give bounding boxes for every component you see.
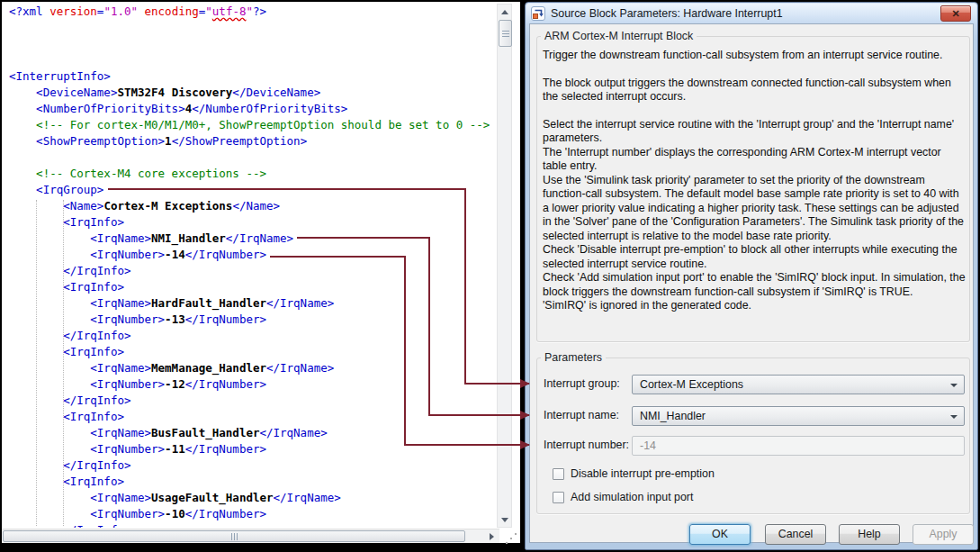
vertical-scrollbar-thumb[interactable] (499, 20, 512, 47)
block-description-group-title: ARM Cortex-M Interrupt Block (541, 30, 697, 42)
close-button[interactable]: ✕ (940, 5, 971, 22)
description-paragraph: The block output triggers the downstream… (543, 77, 966, 104)
source-block-parameters-dialog: Source Block Parameters: Hardware Interr… (525, 2, 978, 550)
xml-editor-pane: <?xml version="1.0" encoding="utf-8"?><I… (2, 2, 520, 543)
resize-grip[interactable] (506, 533, 517, 544)
code-line (9, 52, 496, 68)
interrupt-name-dropdown[interactable]: NMI_Handler (632, 406, 965, 426)
description-paragraph: Trigger the downstream function-call sub… (543, 49, 966, 63)
parameters-group-title: Parameters (541, 351, 606, 364)
arrow-up-icon (501, 10, 508, 14)
xml-code-area[interactable]: <?xml version="1.0" encoding="utf-8"?><I… (2, 2, 496, 528)
dialog-title: Source Block Parameters: Hardware Interr… (551, 7, 783, 20)
dialog-body: ARM Cortex-M Interrupt Block Trigger the… (529, 23, 974, 543)
code-line: <?xml version="1.0" encoding="utf-8"?> (9, 4, 496, 20)
code-line: <IrqName>NMI_Handler</IrqName> (9, 231, 496, 247)
code-line: <IrqInfo> (9, 474, 496, 490)
code-line (9, 149, 496, 166)
description-paragraph: 'SimIRQ' is ignored in the generated cod… (543, 299, 966, 313)
simulink-block-icon (531, 6, 545, 21)
code-line: <InterruptInfo> (9, 68, 496, 85)
disable-interrupt-preemption-checkbox[interactable] (553, 468, 564, 480)
arrow-down-icon (501, 518, 508, 522)
add-simulation-input-port-label: Add simulation input port (571, 491, 693, 503)
dropdown-arrow-icon (950, 415, 958, 419)
code-line: <!-- Cortex-M4 core exceptions --> (9, 166, 496, 182)
description-paragraph: Use the 'Simulink task priority' paramet… (543, 174, 966, 244)
thumb-grip-icon (502, 31, 509, 37)
apply-button: Apply (913, 524, 974, 545)
code-line: <DeviceName>STM32F4 Discovery</DeviceNam… (9, 85, 496, 101)
code-line: <IrqGroup> (9, 182, 496, 198)
description-paragraph: Check 'Disable interrupt pre-emption' to… (543, 243, 966, 271)
interrupt-number-label: Interrupt number: (544, 439, 629, 451)
interrupt-group-label: Interrupt group: (544, 377, 620, 390)
interrupt-group-value: Cortex-M Exceptions (640, 378, 743, 391)
interrupt-group-dropdown[interactable]: Cortex-M Exceptions (632, 375, 965, 394)
code-line (9, 20, 496, 36)
code-line: <Name>Cortex-M Exceptions</Name> (9, 198, 496, 214)
description-paragraph: The 'Interrupt number' displays the corr… (543, 146, 966, 174)
code-line: <IrqInfo> (9, 279, 496, 295)
ok-button[interactable]: OK (689, 524, 751, 545)
code-line: <IrqNumber>-14</IrqNumber> (9, 247, 496, 263)
code-line: <IrqName>HardFault_Handler</IrqName> (9, 295, 496, 312)
scroll-up-button[interactable] (498, 5, 511, 19)
code-line: <IrqNumber>-11</IrqNumber> (9, 441, 496, 457)
code-line: </IrqInfo> (9, 263, 496, 279)
code-line: <IrqInfo> (9, 409, 496, 425)
add-simulation-input-port-checkbox[interactable] (553, 492, 564, 503)
thumb-grip-icon (231, 533, 238, 540)
code-line: <ShowPreemptOption>1</ShowPreemptOption> (9, 133, 496, 149)
code-line: <IrqName>BusFault_Handler</IrqName> (9, 425, 496, 441)
scroll-right-button[interactable] (485, 530, 499, 542)
code-line: </IrqInfo> (9, 522, 496, 528)
arrow-right-icon (490, 533, 494, 540)
dialog-titlebar[interactable]: Source Block Parameters: Hardware Interr… (526, 4, 976, 23)
vertical-scrollbar[interactable] (497, 4, 512, 528)
description-paragraph: Check 'Add simulation input port' to ena… (543, 271, 966, 299)
code-line: </IrqInfo> (9, 328, 496, 344)
interrupt-number-input: -14 (632, 436, 965, 456)
code-line: </IrqInfo> (9, 457, 496, 474)
code-line: <IrqNumber>-13</IrqNumber> (9, 312, 496, 328)
interrupt-name-value: NMI_Handler (640, 410, 706, 422)
code-line: </IrqInfo> (9, 393, 496, 409)
help-button[interactable]: Help (839, 524, 900, 545)
code-line: <IrqName>MemManage_Handler</IrqName> (9, 360, 496, 376)
screenshot-root: <?xml version="1.0" encoding="utf-8"?><I… (0, 0, 980, 552)
description-paragraph: Select the interrupt service routine wit… (543, 118, 966, 146)
block-description-text: Trigger the downstream function-call sub… (543, 49, 966, 313)
code-line: <IrqNumber>-12</IrqNumber> (9, 376, 496, 393)
code-line: <IrqInfo> (9, 214, 496, 231)
cancel-button[interactable]: Cancel (765, 524, 826, 545)
horizontal-scrollbar[interactable] (2, 529, 499, 543)
code-line: <IrqName>UsageFault_Handler</IrqName> (9, 490, 496, 506)
dropdown-arrow-icon (950, 384, 958, 387)
interrupt-name-label: Interrupt name: (544, 409, 619, 421)
horizontal-scrollbar-thumb[interactable] (3, 530, 465, 542)
code-line: <!-- For cortex-M0/M1/M0+, ShowPreemptOp… (9, 117, 496, 133)
code-line: <IrqInfo> (9, 344, 496, 360)
close-icon: ✕ (951, 9, 959, 19)
disable-interrupt-preemption-label: Disable interrupt pre-emption (571, 467, 715, 480)
code-line (9, 36, 496, 52)
code-line: <IrqNumber>-10</IrqNumber> (9, 506, 496, 522)
code-line: <NumberOfPriorityBits>4</NumberOfPriorit… (9, 101, 496, 117)
scroll-down-button[interactable] (498, 512, 511, 527)
